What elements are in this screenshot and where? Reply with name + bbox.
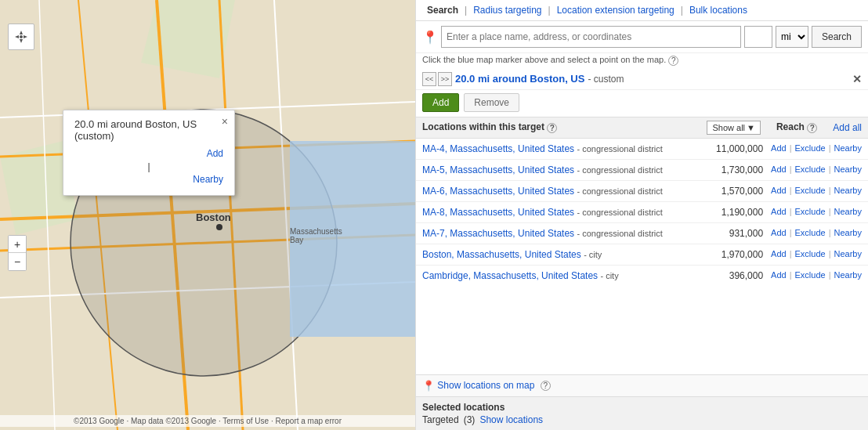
show-locations-link[interactable]: Show locations [479, 414, 543, 425]
location-type: - city [600, 271, 618, 280]
show-on-map-link[interactable]: Show locations on map [437, 380, 534, 391]
popup-separator: | [74, 161, 223, 172]
location-actions: Add | Exclude | Nearby [771, 249, 862, 258]
location-reach: 1,570,000 [693, 186, 763, 197]
map-zoom-control[interactable]: + − [8, 235, 27, 271]
location-nearby-link[interactable]: Nearby [834, 228, 862, 237]
search-input[interactable] [441, 26, 741, 48]
table-header: Locations within this target ? Show all … [416, 117, 868, 139]
action-sep-2: | [829, 143, 831, 153]
location-reach: 1,190,000 [693, 207, 763, 218]
locations-list: MA-4, Massachusetts, United States - con… [416, 139, 868, 375]
locations-help-icon[interactable]: ? [547, 123, 557, 133]
action-sep-1: | [790, 186, 792, 195]
popup-add-link[interactable]: Add [74, 146, 223, 161]
nav-search[interactable]: Search [422, 5, 463, 16]
table-row: MA-7, Massachusetts, United States - con… [416, 223, 868, 244]
location-exclude-link[interactable]: Exclude [795, 228, 826, 237]
location-name-link[interactable]: MA-8, Massachusetts, United States [422, 207, 574, 218]
location-name-link[interactable]: Boston, Massachusetts, United States [422, 249, 581, 260]
location-nearby-link[interactable]: Nearby [834, 143, 862, 153]
bay-label: MassachusettsBay [290, 227, 342, 244]
location-name-link[interactable]: MA-7, Massachusetts, United States [422, 228, 574, 239]
location-exclude-link[interactable]: Exclude [795, 207, 826, 216]
location-exclude-link[interactable]: Exclude [795, 164, 826, 174]
location-actions: Add | Exclude | Nearby [771, 164, 862, 174]
location-suffix: - custom [588, 74, 624, 85]
table-row: MA-6, Massachusetts, United States - con… [416, 181, 868, 202]
selected-locations: Selected locations Targeted (3) Show loc… [416, 397, 868, 430]
location-reach: 931,000 [693, 228, 763, 239]
nav-sep-1: | [463, 5, 468, 16]
remove-button[interactable]: Remove [464, 93, 519, 112]
location-actions: Add | Exclude | Nearby [771, 186, 862, 195]
popup-nearby-link[interactable]: Nearby [74, 172, 223, 187]
location-add-link[interactable]: Add [771, 228, 787, 237]
location-exclude-link[interactable]: Exclude [795, 143, 826, 153]
popup-links: Add | Nearby [74, 146, 223, 187]
action-sep-1: | [790, 164, 792, 174]
location-reach: 396,000 [693, 270, 763, 281]
zoom-in-button[interactable]: + [9, 236, 26, 253]
map-nav-control[interactable] [8, 23, 34, 50]
location-reach: 11,000,000 [693, 143, 763, 154]
table-row: MA-4, Massachusetts, United States - con… [416, 139, 868, 160]
nav-radius[interactable]: Radius targeting [468, 5, 546, 16]
location-nearby-link[interactable]: Nearby [834, 186, 862, 195]
show-all-button[interactable]: Show all ▼ [707, 121, 760, 135]
location-exclude-link[interactable]: Exclude [795, 270, 826, 280]
add-all-link[interactable]: Add all [833, 122, 862, 133]
location-nearby-link[interactable]: Nearby [834, 164, 862, 174]
svg-point-18 [216, 224, 222, 230]
location-info: MA-4, Massachusetts, United States - con… [422, 143, 693, 154]
nav-arrows-icon [13, 29, 29, 45]
location-nearby-link[interactable]: Nearby [834, 249, 862, 258]
location-reach: 1,730,000 [693, 164, 763, 175]
location-exclude-link[interactable]: Exclude [795, 186, 826, 195]
show-on-map-help-icon[interactable]: ? [541, 381, 551, 391]
location-add-link[interactable]: Add [771, 249, 787, 258]
location-type: - congressional district [577, 208, 662, 217]
targeted-row: Targeted (3) Show locations [422, 414, 862, 425]
svg-point-24 [20, 35, 23, 38]
location-add-link[interactable]: Add [771, 207, 787, 216]
location-name-link[interactable]: MA-6, Massachusetts, United States [422, 186, 574, 197]
location-nearby-link[interactable]: Nearby [834, 207, 862, 216]
location-actions: Add | Exclude | Nearby [771, 143, 862, 153]
location-add-link[interactable]: Add [771, 186, 787, 195]
popup-close-button[interactable]: × [222, 115, 228, 128]
unit-select[interactable]: mi km [776, 26, 808, 48]
location-nearby-link[interactable]: Nearby [834, 270, 862, 280]
reach-help-icon[interactable]: ? [807, 123, 817, 133]
location-name-link[interactable]: MA-4, Massachusetts, United States [422, 143, 574, 154]
map-container[interactable]: Boston MassachusettsBay + − × 20.0 mi ar… [0, 0, 415, 430]
location-title: 20.0 mi around Boston, US [455, 73, 584, 85]
location-add-link[interactable]: Add [771, 164, 787, 174]
add-button[interactable]: Add [422, 93, 459, 112]
radius-input[interactable]: 20 [744, 26, 772, 48]
action-sep-1: | [790, 270, 792, 280]
location-exclude-link[interactable]: Exclude [795, 249, 826, 258]
popup-title: 20.0 mi around Boston, US (custom) [74, 118, 223, 142]
table-row: Boston, Massachusetts, United States - c… [416, 244, 868, 266]
location-name-link[interactable]: Cambridge, Massachusetts, United States [422, 270, 598, 281]
location-type: - congressional district [577, 186, 662, 196]
location-name-link[interactable]: MA-5, Massachusetts, United States [422, 164, 574, 175]
top-nav: Search | Radius targeting | Location ext… [416, 0, 868, 21]
search-button[interactable]: Search [812, 26, 862, 48]
action-sep-1: | [790, 228, 792, 237]
location-add-link[interactable]: Add [771, 270, 787, 280]
location-add-link[interactable]: Add [771, 143, 787, 153]
nav-prev-button[interactable]: << [422, 72, 436, 86]
location-close-button[interactable]: ✕ [852, 73, 862, 85]
hint-help-icon[interactable]: ? [668, 56, 678, 66]
nav-location-ext[interactable]: Location extension targeting [552, 5, 679, 16]
action-sep-1: | [790, 207, 792, 216]
nav-arrows: << >> [422, 72, 452, 86]
zoom-out-button[interactable]: − [9, 253, 26, 270]
nav-bulk[interactable]: Bulk locations [685, 5, 752, 16]
map-pin-icon: 📍 [422, 30, 438, 45]
boston-label: Boston [196, 211, 231, 223]
hint-text: Click the blue map marker above and sele… [416, 53, 868, 69]
nav-next-button[interactable]: >> [438, 72, 452, 86]
